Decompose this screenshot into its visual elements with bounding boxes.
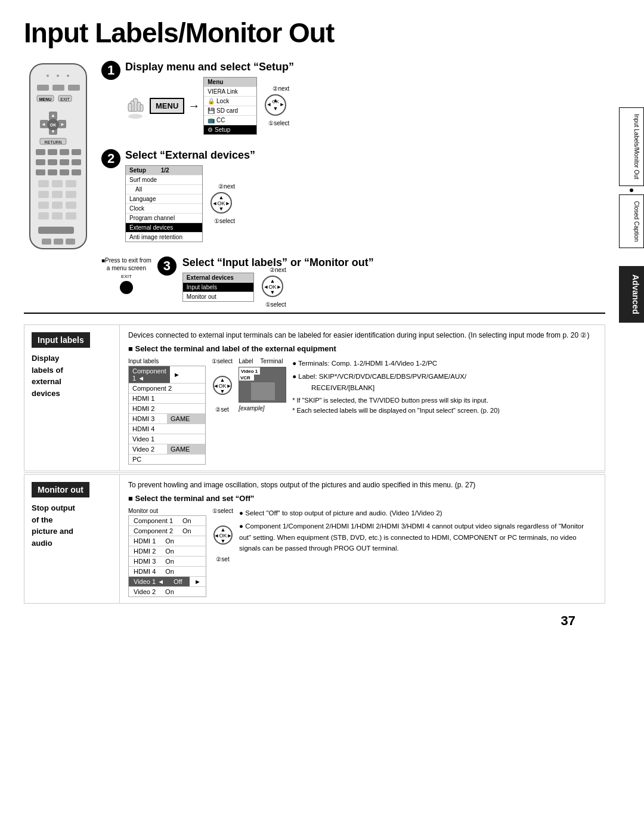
menu-item-cc: 📺 CC	[204, 116, 256, 125]
step2-clock: Clock	[126, 204, 202, 214]
svg-text:VCR: VCR	[240, 375, 250, 381]
step3-external-devices: External devices	[183, 273, 253, 283]
svg-rect-5	[52, 85, 64, 91]
svg-rect-54	[128, 103, 132, 112]
svg-rect-56	[140, 104, 143, 112]
menu-item-sdcard: 💾 SD card	[204, 106, 256, 116]
svg-rect-4	[37, 85, 49, 91]
step1-nav-select: ①select	[268, 120, 289, 126]
step2-menu-popup: Setup 1/2 Surf mode All Language Clock P…	[125, 165, 203, 242]
mo-row-hdmi1: HDMI 1	[129, 536, 160, 546]
monitor-out-badge: Monitor out	[32, 482, 89, 497]
svg-rect-32	[48, 169, 57, 175]
nav-circle-2: OK ▲ ▼ ◄ ►	[210, 191, 233, 214]
table-row-comp1: Component 1 ◄	[129, 366, 170, 383]
svg-text:▲: ▲	[51, 113, 55, 118]
svg-text:◄: ◄	[212, 200, 218, 206]
svg-rect-28	[48, 159, 57, 165]
svg-point-1	[47, 75, 49, 77]
il-nav-set: ②set	[215, 406, 228, 413]
svg-text:Video 1: Video 1	[241, 369, 258, 374]
svg-text:▼: ▼	[220, 538, 225, 544]
step-3-area: ■Press to exit from a menu screen EXIT 3…	[101, 256, 605, 302]
sidebar-labels: Input Labels/Monitor Out Closed Caption …	[619, 107, 644, 323]
table-row-hdmi3: HDMI 3	[129, 414, 167, 423]
svg-text:◄: ◄	[41, 122, 46, 127]
mo-bullet-1: Select "Off" to stop output of picture a…	[239, 508, 596, 518]
svg-rect-48	[42, 239, 51, 245]
step3-input-labels: Input labels	[183, 283, 253, 292]
il-nav-select: ①select	[212, 358, 233, 364]
input-labels-subheading: Select the terminal and label of the ext…	[128, 344, 596, 353]
monitor-out-table-title: Monitor out	[128, 508, 206, 514]
remote-illustration: MENU EXIT OK ▲ ▼ ◄ ►	[24, 61, 92, 258]
arrow-right-1: →	[188, 99, 200, 113]
label-terminal-headers: Label Terminal	[239, 358, 283, 364]
menu-item-menu: Menu	[204, 78, 256, 87]
mo-row-hdmi4: HDMI 4	[129, 567, 160, 576]
table-row-video1: Video 1	[129, 434, 205, 444]
thumbnail-preview: Video 1 VCR Video 1 VCR	[239, 367, 286, 403]
table-row-hdmi4: HDMI 4	[129, 424, 205, 434]
svg-rect-26	[72, 149, 81, 155]
step2-nav-diagram: ②next OK ▲ ▼ ◄ ► ①select	[210, 191, 233, 216]
nav-circle-1: OK ▲ ▼ ◄ ►	[264, 94, 287, 116]
table-row-hdmi1: HDMI 1	[129, 394, 205, 403]
svg-text:▼: ▼	[219, 388, 225, 394]
mo-row-video2: Video 2	[129, 587, 160, 596]
mo-row-video1-right: ►	[190, 577, 206, 586]
mo-nav-circle: OK ▲ ▼ ◄ ►	[213, 525, 233, 545]
step2-nav-next: ②next	[218, 183, 235, 190]
svg-text:►: ►	[225, 200, 231, 206]
svg-text:▲: ▲	[219, 377, 225, 383]
separator-2	[24, 472, 605, 473]
svg-text:►: ►	[227, 533, 232, 539]
table-row-video2-game: GAME	[167, 444, 205, 454]
svg-rect-36	[52, 180, 63, 187]
step-3-badge: 3	[157, 256, 177, 276]
input-labels-intro: Devices connected to external input term…	[128, 331, 596, 339]
svg-point-2	[57, 75, 59, 77]
press-exit-text: ■Press to exit from a menu screen EXIT	[101, 256, 151, 280]
svg-text:▼: ▼	[219, 206, 224, 212]
step3-nav-diagram: ②next OK ▲ ▼ ◄ ► ①select	[261, 275, 284, 299]
table-row-hdmi2: HDMI 2	[129, 404, 205, 413]
table-row-pc: PC	[129, 455, 205, 464]
svg-text:◄: ◄	[263, 284, 268, 290]
step2-external: External devices	[126, 223, 202, 233]
table-row-comp2: Component 2	[129, 384, 205, 393]
step2-surf-mode: Surf mode	[126, 175, 202, 185]
step3-menu-popup: External devices Input labels Monitor ou…	[182, 273, 254, 302]
svg-text:◄: ◄	[267, 101, 272, 107]
table-row-video2: Video 2	[129, 444, 167, 454]
input-labels-notes: Terminals: Comp. 1-2/HDMI 1-4/Video 1-2/…	[292, 358, 596, 415]
step-2-badge: 2	[101, 149, 120, 168]
mo-bullet-2: Component 1/Component 2/HDMI 1/HDMI 2/HD…	[239, 521, 596, 554]
step3-monitor-out: Monitor out	[183, 292, 253, 301]
step2-nav-select: ①select	[214, 218, 235, 224]
il-nav-circle: OK ▲ ▼ ◄ ►	[212, 375, 233, 395]
input-labels-diagram: Input labels Component 1 ◄ ► Component 2…	[128, 358, 596, 465]
svg-text:▼: ▼	[51, 129, 55, 134]
svg-rect-6	[68, 85, 80, 91]
step-2-heading: Select “External devices”	[125, 149, 605, 162]
svg-rect-33	[60, 169, 69, 175]
svg-rect-35	[38, 180, 49, 187]
svg-point-3	[67, 75, 69, 77]
svg-text:►: ►	[276, 284, 281, 290]
mo-row-comp1: Component 1	[129, 516, 178, 525]
svg-rect-40	[66, 191, 76, 198]
table-row-hdmi3-game: GAME	[167, 414, 205, 423]
table-row-comp1-right: ►	[170, 370, 205, 379]
input-labels-table-title: Input labels	[128, 358, 206, 364]
example-text: [example]	[239, 405, 264, 412]
svg-rect-38	[38, 191, 49, 198]
svg-rect-49	[54, 239, 63, 245]
svg-rect-50	[66, 239, 75, 245]
input-labels-section: Input labels Displaylabels ofexternaldev…	[24, 324, 605, 471]
monitor-out-table-container: Monitor out Component 1On Component 2On …	[128, 508, 206, 597]
svg-text:MENU: MENU	[39, 97, 52, 101]
svg-text:►: ►	[280, 101, 285, 107]
svg-text:▲: ▲	[270, 278, 275, 284]
step1-menu-popup: Menu VIERA Link 🔒 Lock 💾 SD card 📺 CC ⚙ …	[203, 77, 257, 135]
